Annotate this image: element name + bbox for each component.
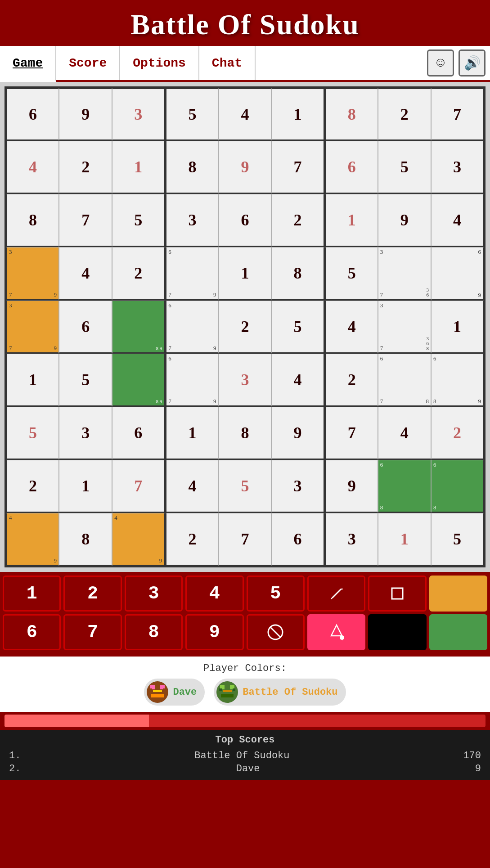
- cell-4-6[interactable]: 4: [325, 301, 378, 354]
- cell-7-5[interactable]: 3: [272, 460, 325, 513]
- cell-8-1[interactable]: 8: [59, 513, 112, 566]
- cell-2-7[interactable]: 9: [378, 194, 431, 247]
- cell-6-3[interactable]: 1: [165, 407, 218, 460]
- tab-game[interactable]: Game: [0, 46, 56, 82]
- num-9-button[interactable]: 9: [185, 614, 243, 650]
- cell-7-0[interactable]: 2: [6, 460, 59, 513]
- sound-icon-button[interactable]: 🔊: [459, 49, 486, 76]
- cell-8-4[interactable]: 7: [218, 513, 271, 566]
- cell-5-2[interactable]: 8 9: [112, 354, 165, 407]
- cell-8-0[interactable]: 4 9: [6, 513, 59, 566]
- cell-1-0[interactable]: 4: [6, 141, 59, 194]
- cell-5-8[interactable]: 6 8 9: [431, 354, 484, 407]
- num-1-button[interactable]: 1: [3, 576, 61, 612]
- cell-7-4[interactable]: 5: [218, 460, 271, 513]
- num-5-button[interactable]: 5: [247, 576, 305, 612]
- cell-5-5[interactable]: 4: [272, 354, 325, 407]
- cell-0-1[interactable]: 9: [59, 88, 112, 141]
- cell-7-2[interactable]: 7: [112, 460, 165, 513]
- num-3-button[interactable]: 3: [125, 576, 183, 612]
- smiley-icon-button[interactable]: ☺: [427, 49, 454, 76]
- cell-1-7[interactable]: 5: [378, 141, 431, 194]
- cell-8-5[interactable]: 6: [272, 513, 325, 566]
- cell-4-3[interactable]: 6 7 9: [165, 301, 218, 354]
- cell-3-4[interactable]: 1: [218, 247, 271, 300]
- cell-7-7[interactable]: 6 8: [378, 460, 431, 513]
- cell-4-7[interactable]: 3 7 368: [378, 301, 431, 354]
- cell-3-0[interactable]: 3 7 9: [6, 247, 59, 300]
- num-2-button[interactable]: 2: [63, 576, 121, 612]
- cell-0-6[interactable]: 8: [325, 88, 378, 141]
- cell-0-4[interactable]: 4: [218, 88, 271, 141]
- cell-0-7[interactable]: 2: [378, 88, 431, 141]
- cell-3-3[interactable]: 6 7 9: [165, 247, 218, 300]
- square-tool-button[interactable]: [368, 576, 426, 612]
- color-orange-button[interactable]: [429, 576, 487, 612]
- cell-5-7[interactable]: 6 7 8: [378, 354, 431, 407]
- cell-3-1[interactable]: 4: [59, 247, 112, 300]
- cell-6-8[interactable]: 2: [431, 407, 484, 460]
- cell-1-6[interactable]: 6: [325, 141, 378, 194]
- cell-7-8[interactable]: 6 8: [431, 460, 484, 513]
- cell-4-2[interactable]: 8 9: [112, 301, 165, 354]
- cell-4-1[interactable]: 6: [59, 301, 112, 354]
- cell-2-2[interactable]: 5: [112, 194, 165, 247]
- cell-8-6[interactable]: 3: [325, 513, 378, 566]
- cell-8-2[interactable]: 4 9: [112, 513, 165, 566]
- color-green-button[interactable]: [429, 614, 487, 650]
- cell-3-8[interactable]: 6 9: [431, 247, 484, 300]
- cell-6-5[interactable]: 9: [272, 407, 325, 460]
- cell-4-5[interactable]: 5: [272, 301, 325, 354]
- cell-5-4[interactable]: 3: [218, 354, 271, 407]
- num-7-button[interactable]: 7: [63, 614, 121, 650]
- pencil-tool-button[interactable]: [307, 576, 365, 612]
- cell-7-1[interactable]: 1: [59, 460, 112, 513]
- cell-3-2[interactable]: 2: [112, 247, 165, 300]
- cell-4-4[interactable]: 2: [218, 301, 271, 354]
- cell-0-0[interactable]: 6: [6, 88, 59, 141]
- cell-1-4[interactable]: 9: [218, 141, 271, 194]
- cell-5-3[interactable]: 6 7 9: [165, 354, 218, 407]
- cell-2-5[interactable]: 2: [272, 194, 325, 247]
- num-4-button[interactable]: 4: [185, 576, 243, 612]
- cell-4-8[interactable]: 1: [431, 301, 484, 354]
- cell-7-6[interactable]: 9: [325, 460, 378, 513]
- cell-5-1[interactable]: 5: [59, 354, 112, 407]
- cell-1-8[interactable]: 3: [431, 141, 484, 194]
- cell-2-0[interactable]: 8: [6, 194, 59, 247]
- cell-0-5[interactable]: 1: [272, 88, 325, 141]
- cell-6-1[interactable]: 3: [59, 407, 112, 460]
- cell-3-5[interactable]: 8: [272, 247, 325, 300]
- cell-6-4[interactable]: 8: [218, 407, 271, 460]
- cell-5-6[interactable]: 2: [325, 354, 378, 407]
- tab-options[interactable]: Options: [120, 46, 199, 80]
- fill-tool-button[interactable]: .: [307, 614, 365, 650]
- cell-7-3[interactable]: 4: [165, 460, 218, 513]
- cell-3-6[interactable]: 5: [325, 247, 378, 300]
- cell-4-0[interactable]: 3 7 9: [6, 301, 59, 354]
- tab-score[interactable]: Score: [56, 46, 120, 80]
- cell-2-6[interactable]: 1: [325, 194, 378, 247]
- cell-8-7[interactable]: 1: [378, 513, 431, 566]
- cell-1-2[interactable]: 1: [112, 141, 165, 194]
- cell-2-1[interactable]: 7: [59, 194, 112, 247]
- cell-2-8[interactable]: 4: [431, 194, 484, 247]
- cell-1-1[interactable]: 2: [59, 141, 112, 194]
- cell-0-2[interactable]: 3: [112, 88, 165, 141]
- cell-2-3[interactable]: 3: [165, 194, 218, 247]
- cell-2-4[interactable]: 6: [218, 194, 271, 247]
- cell-0-3[interactable]: 5: [165, 88, 218, 141]
- cell-6-2[interactable]: 6: [112, 407, 165, 460]
- cell-8-8[interactable]: 5: [431, 513, 484, 566]
- cell-5-0[interactable]: 1: [6, 354, 59, 407]
- cell-1-5[interactable]: 7: [272, 141, 325, 194]
- cell-1-3[interactable]: 8: [165, 141, 218, 194]
- tab-chat[interactable]: Chat: [199, 46, 256, 80]
- num-6-button[interactable]: 6: [3, 614, 61, 650]
- cell-3-7[interactable]: 3 36 7: [378, 247, 431, 300]
- cell-0-8[interactable]: 7: [431, 88, 484, 141]
- cell-6-6[interactable]: 7: [325, 407, 378, 460]
- color-black-button[interactable]: [368, 614, 426, 650]
- erase-button[interactable]: [247, 614, 305, 650]
- cell-6-0[interactable]: 5: [6, 407, 59, 460]
